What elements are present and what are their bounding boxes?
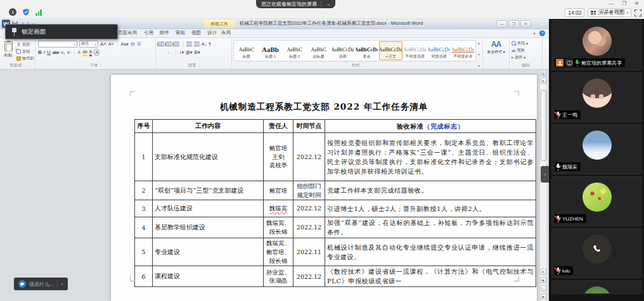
meeting-window-controls: — ❐ ✕ bbox=[609, 1, 639, 7]
distribute-icon[interactable] bbox=[171, 52, 172, 53]
next-page-button[interactable]: ◆ bbox=[541, 293, 546, 300]
chat-collapse-button[interactable]: < bbox=[61, 281, 64, 287]
participant-tile[interactable]: 魏瑞宾 bbox=[551, 124, 642, 174]
top-strip: i 您正在观看鲍官培的屏幕 → — ❐ ✕ 14:02 演讲者视图 ▾ bbox=[0, 0, 644, 19]
decrease-indent-icon[interactable] bbox=[186, 42, 192, 47]
info-icon[interactable]: i bbox=[9, 8, 16, 16]
style-subtle-reference[interactable]: AaBbCcDc不明显参考 bbox=[451, 41, 475, 60]
scrollbar-thumb[interactable] bbox=[541, 90, 546, 161]
show-marks-icon[interactable]: ¶ bbox=[209, 41, 211, 47]
bold-button[interactable]: B bbox=[38, 49, 42, 55]
font-name-combo[interactable]: ▾ bbox=[38, 41, 77, 48]
document-canvas: 机械制造工程系教工党支部 2022 年工作任务清单 序号 工作内容 责任人 时间… bbox=[0, 70, 549, 301]
fullscreen-icon[interactable] bbox=[634, 10, 641, 16]
minimize-button[interactable]: — bbox=[609, 1, 614, 7]
ruler-toggle-button[interactable]: ▤ bbox=[541, 70, 546, 77]
cursor-icon bbox=[512, 56, 513, 59]
phonetic-guide-icon[interactable]: 拼 bbox=[131, 41, 135, 47]
tab-view[interactable]: 视图 bbox=[191, 29, 201, 37]
chat-bubble-icon bbox=[18, 280, 26, 288]
align-left-icon[interactable] bbox=[158, 52, 160, 53]
sort-icon[interactable]: A↓ bbox=[202, 41, 207, 47]
tab-review[interactable]: 审阅 bbox=[176, 29, 185, 37]
collapse-ribbon-icon[interactable]: ▲ bbox=[532, 31, 536, 35]
style-normal-selected[interactable]: AaBbCcDd↵正文 bbox=[379, 41, 402, 60]
browse-object-button[interactable]: ○ bbox=[541, 285, 546, 291]
char-border-icon[interactable]: 字 bbox=[137, 41, 141, 47]
banner-arrow-button[interactable]: → bbox=[321, 1, 330, 7]
align-right-icon[interactable] bbox=[165, 52, 166, 53]
find-button[interactable]: 查找 ▾ bbox=[512, 41, 540, 46]
replace-button[interactable]: ab替换 bbox=[512, 48, 540, 53]
participant-tile[interactable]: 鲍官培的屏幕共享 bbox=[551, 20, 642, 70]
font-size-combo[interactable]: 四号▾ bbox=[79, 41, 98, 48]
scroll-up-arrow[interactable]: ▲ bbox=[541, 77, 546, 84]
style-emphasis[interactable]: AaBbCcDd强调 bbox=[331, 41, 354, 60]
enclose-characters-icon[interactable]: A bbox=[94, 49, 100, 56]
shrink-font-icon[interactable]: A˅ bbox=[108, 41, 114, 47]
vertical-scrollbar[interactable]: ▤ ▲ ▼ ◆ ○ ◆ bbox=[539, 70, 546, 301]
underline-button[interactable]: U bbox=[47, 49, 51, 55]
bullets-icon[interactable] bbox=[158, 42, 164, 47]
align-center-icon[interactable] bbox=[162, 52, 163, 53]
strikethrough-button[interactable]: abc bbox=[53, 49, 59, 55]
maximize-button[interactable]: ❐ bbox=[622, 1, 626, 7]
highlight-color-icon[interactable]: ab bbox=[82, 49, 87, 56]
style-subtitle[interactable]: AaBbC副标题 bbox=[307, 41, 330, 60]
line-spacing-icon[interactable]: ↕▾ bbox=[179, 49, 184, 55]
cut-button[interactable]: 剪切 bbox=[16, 42, 34, 48]
watching-banner-text: 您正在观看鲍官培的屏幕 bbox=[261, 1, 317, 8]
participant-tile[interactable]: YUZHEN bbox=[551, 176, 642, 226]
style-title[interactable]: AaBbC标题 bbox=[235, 41, 258, 60]
view-mode-selector[interactable]: 演讲者视图 ▾ bbox=[588, 8, 631, 17]
table-row: 6 课程建设 孙业堂、 张潮晶 2022.12 《数控技术》建设省级一流课程，《… bbox=[135, 266, 536, 287]
word-minimize-button[interactable]: — bbox=[496, 20, 507, 27]
format-painter-button[interactable]: 格式刷 bbox=[16, 56, 34, 61]
word-maximize-button[interactable]: ❐ bbox=[508, 20, 519, 27]
style-intense-emphasis[interactable]: AaBbCcDc明显强调 bbox=[427, 41, 451, 60]
styles-scroll-up-icon[interactable]: ▲ bbox=[477, 41, 480, 45]
select-button[interactable]: 选择 ▾ bbox=[512, 54, 540, 60]
shield-icon[interactable] bbox=[22, 8, 30, 16]
avatar bbox=[583, 183, 612, 212]
grow-font-icon[interactable]: A˄ bbox=[100, 41, 106, 47]
superscript-button[interactable]: x² bbox=[67, 49, 71, 55]
style-strong[interactable]: AaBbCcDc要点 bbox=[355, 41, 378, 60]
style-heading2[interactable]: AaBbC标题 2 bbox=[283, 41, 306, 60]
italic-button[interactable]: I bbox=[44, 49, 45, 55]
subscript-button[interactable]: x₂ bbox=[61, 49, 65, 55]
close-button[interactable]: ✕ bbox=[634, 1, 639, 7]
change-case-icon[interactable]: Aa▾ bbox=[121, 41, 129, 47]
style-subtle-emphasis[interactable]: AaBbCcDd不明显强调 bbox=[403, 41, 427, 60]
tab-design[interactable]: 设计 bbox=[207, 29, 217, 37]
help-icon[interactable]: ? bbox=[539, 30, 545, 36]
tab-page-layout[interactable]: 页面布局 bbox=[118, 29, 137, 37]
style-heading1[interactable]: AaBb标题 1 bbox=[259, 41, 282, 60]
participant-tile[interactable]: lulu bbox=[551, 228, 642, 278]
numbering-icon[interactable] bbox=[166, 42, 172, 47]
sidebar-collapse-button[interactable]: › bbox=[541, 166, 549, 183]
multilevel-list-icon[interactable] bbox=[174, 42, 179, 47]
scissors-icon bbox=[16, 42, 21, 47]
participant-tile[interactable]: 王一鸣 bbox=[551, 72, 642, 122]
document-page[interactable]: 机械制造工程系教工党支部 2022 年工作任务清单 序号 工作内容 责任人 时间… bbox=[111, 75, 537, 301]
shading-icon[interactable]: ▨▾ bbox=[186, 49, 192, 55]
justify-icon[interactable] bbox=[168, 52, 169, 53]
styles-scroll-down-icon[interactable]: ▼ bbox=[477, 53, 480, 56]
tab-mailings[interactable]: 邮件 bbox=[160, 29, 169, 37]
scroll-down-arrow[interactable]: ▼ bbox=[541, 269, 546, 275]
font-color-icon[interactable]: A bbox=[89, 49, 93, 56]
borders-icon[interactable]: ⊞▾ bbox=[194, 49, 200, 55]
tab-layout[interactable]: 布局 bbox=[221, 29, 231, 37]
chat-input-pill[interactable]: 说点什么... < bbox=[14, 278, 68, 290]
word-close-button[interactable]: ✕ bbox=[520, 20, 531, 27]
tab-references[interactable]: 引用 bbox=[144, 29, 153, 37]
participant-tile-partial[interactable] bbox=[551, 280, 642, 294]
change-styles-button[interactable]: AA 更改样式 ▾ bbox=[483, 38, 510, 69]
copy-button[interactable]: 复制 bbox=[16, 49, 34, 54]
increase-indent-icon[interactable] bbox=[194, 42, 200, 47]
chat-placeholder[interactable]: 说点什么... bbox=[29, 281, 54, 288]
table-row: 1 支部标准化规范化建设 鲍官培 王剑 袁枝亭 2022.12 按照校党委组织部… bbox=[135, 133, 536, 181]
text-effects-icon[interactable]: A bbox=[77, 49, 80, 55]
previous-page-button[interactable]: ◆ bbox=[541, 277, 546, 283]
